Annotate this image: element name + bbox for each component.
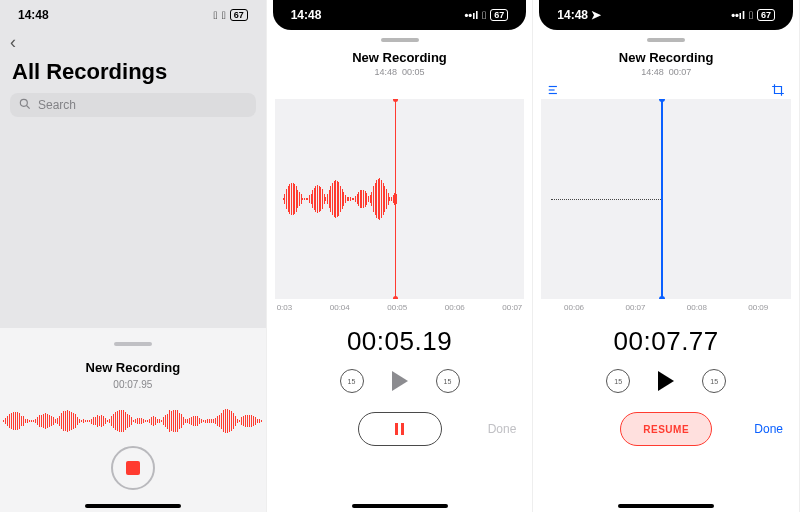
resume-button[interactable]: RESUME [620,412,712,446]
waveform-canvas[interactable] [275,99,525,299]
status-time: 14:48 ➤ [557,8,601,22]
time-axis: 00:06 00:07 00:08 00:09 [533,299,799,312]
status-right: ••ıl 􀙈 67 [464,9,508,21]
edit-toolbar [533,77,799,99]
playhead-icon[interactable] [395,99,396,299]
recording-card[interactable]: New Recording 00:07.95 [0,328,266,512]
battery-icon: 67 [490,9,508,21]
grabber-icon[interactable] [647,38,685,42]
waveform-flat [551,199,661,200]
svg-line-1 [27,105,30,108]
phone-recordings-list: 14:48 􀙇 􀙈 67 ‹ All Recordings Search New… [0,0,267,512]
skip-back-button[interactable]: 15 [340,369,364,393]
stop-record-button[interactable] [111,446,155,490]
battery-icon: 67 [757,9,775,21]
waveform-canvas[interactable] [541,99,791,299]
status-right: 􀙇 􀙈 67 [214,9,248,21]
done-button: Done [488,422,517,436]
recording-title: New Recording [0,360,266,375]
battery-icon: 67 [230,9,248,21]
phone-recording-paused: 14:48 ➤ ••ıl 􀙈 67 New Recording 14:48 00… [533,0,800,512]
search-placeholder: Search [38,98,76,112]
recording-subtitle: 14:48 00:07 [533,67,799,77]
back-button[interactable]: ‹ [0,30,266,53]
location-icon: ➤ [591,8,601,22]
wifi-icon: 􀙈 [222,9,226,21]
status-bar: 14:48 ➤ ••ıl 􀙈 67 [539,0,793,30]
home-indicator[interactable] [618,504,714,508]
status-right: ••ıl 􀙈 67 [731,9,775,21]
search-input[interactable]: Search [10,93,256,117]
home-indicator[interactable] [85,504,181,508]
elapsed-time: 00:07.77 [533,326,799,357]
play-button[interactable] [658,371,674,391]
pause-icon [395,423,404,435]
signal-icon: 􀙇 [214,9,218,21]
list-top: 14:48 􀙇 􀙈 67 ‹ All Recordings Search [0,0,266,328]
playhead-icon[interactable] [661,99,663,299]
recording-title: New Recording [533,50,799,65]
recording-duration: 00:07.95 [0,379,266,390]
signal-icon: ••ıl [464,9,478,21]
pause-button[interactable] [358,412,442,446]
status-bar: 14:48 ••ıl 􀙈 67 [273,0,527,30]
waveform-preview [0,406,266,436]
page-title: All Recordings [0,53,266,93]
wifi-icon: 􀙈 [482,9,486,21]
skip-forward-button[interactable]: 15 [436,369,460,393]
done-button[interactable]: Done [754,422,783,436]
bottom-row: RESUME Done [533,411,799,447]
grabber-icon[interactable] [381,38,419,42]
header: New Recording 14:48 00:07 [533,50,799,77]
play-button[interactable] [392,371,408,391]
status-time: 14:48 [18,8,49,22]
recording-title: New Recording [267,50,533,65]
playback-controls: 15 15 [533,369,799,393]
settings-icon[interactable] [547,83,561,93]
bottom-row: Done [267,411,533,447]
time-axis: 0:03 00:04 00:05 00:06 00:07 [267,299,533,312]
status-bar: 14:48 􀙇 􀙈 67 [0,0,266,30]
skip-back-button[interactable]: 15 [606,369,630,393]
crop-icon[interactable] [771,83,785,93]
search-icon [18,97,32,114]
skip-forward-button[interactable]: 15 [702,369,726,393]
signal-icon: ••ıl [731,9,745,21]
wifi-icon: 􀙈 [749,9,753,21]
elapsed-time: 00:05.19 [267,326,533,357]
header: New Recording 14:48 00:05 [267,50,533,77]
phone-recording-active: 14:48 ••ıl 􀙈 67 New Recording 14:48 00:0… [267,0,534,512]
home-indicator[interactable] [352,504,448,508]
status-time: 14:48 [291,8,322,22]
stop-icon [126,461,140,475]
playback-controls: 15 15 [267,369,533,393]
svg-point-0 [20,99,27,106]
grabber-icon[interactable] [114,342,152,346]
recording-subtitle: 14:48 00:05 [267,67,533,77]
